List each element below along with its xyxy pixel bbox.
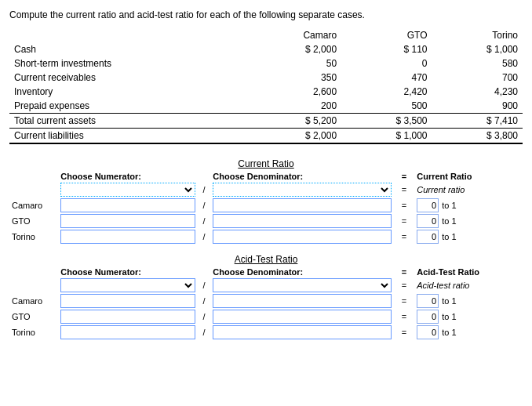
row-gto-pre: 500: [341, 99, 432, 114]
col-torino-header: Torino: [432, 28, 523, 42]
atr-torino-numerator-input[interactable]: [60, 325, 195, 339]
cr-gto-label: GTO: [9, 213, 58, 229]
atr-numerator-select-header[interactable]: [60, 278, 195, 292]
cr-camaro-label: Camaro: [9, 198, 58, 213]
cr-equals-sign-header: =: [402, 172, 406, 181]
atr-header-slash: [198, 266, 211, 277]
atr-gto-eq: =: [394, 309, 414, 324]
current-ratio-table: Choose Numerator: Choose Denominator: = …: [9, 171, 523, 245]
row-gto-cr: 470: [341, 71, 432, 85]
atr-sub-num: [58, 277, 197, 293]
atr-torino-numerator-cell: [58, 324, 197, 340]
cr-numerator-select-header[interactable]: [60, 183, 195, 197]
atr-choose-numerator-label: Choose Numerator:: [60, 267, 141, 277]
total-label: Total current assets: [9, 114, 246, 129]
cr-gto-denominator-input[interactable]: [213, 214, 392, 228]
row-camaro-sti: 50: [246, 56, 341, 71]
atr-sub-blank: [9, 277, 58, 293]
cr-camaro-row: Camaro / = to 1: [9, 198, 523, 213]
atr-gto-to1: to 1: [440, 312, 456, 321]
atr-camaro-eq: =: [394, 293, 414, 309]
row-label-sti: Short-term investments: [9, 56, 246, 71]
cr-camaro-result-cell: to 1: [414, 198, 505, 213]
atr-camaro-result-input[interactable]: [417, 294, 439, 308]
cr-camaro-slash: /: [198, 198, 211, 213]
acid-test-ratio-title: Acid-Test Ratio: [9, 251, 523, 266]
row-camaro-inv: 2,600: [246, 85, 341, 99]
cr-camaro-numerator-input[interactable]: [60, 198, 195, 212]
row-gto-cash: $ 110: [341, 42, 432, 56]
current-ratio-subheader-row: / = Current ratio: [9, 182, 523, 198]
cr-sub-den: [210, 182, 394, 198]
liab-gto: $ 1,000: [341, 129, 432, 144]
atr-gto-numerator-input[interactable]: [60, 310, 195, 324]
atr-camaro-denominator-input[interactable]: [213, 294, 392, 308]
atr-torino-to1: to 1: [440, 328, 456, 337]
total-gto: $ 3,500: [341, 114, 432, 129]
total-camaro: $ 5,200: [246, 114, 341, 129]
cr-camaro-to1: to 1: [440, 201, 456, 210]
cr-torino-denominator-cell: [210, 229, 394, 245]
col-camaro-header: Camaro: [246, 28, 341, 42]
atr-camaro-numerator-input[interactable]: [60, 294, 195, 308]
table-row: Inventory 2,600 2,420 4,230: [9, 85, 523, 99]
cr-torino-result-input[interactable]: [417, 230, 439, 244]
cr-camaro-denominator-input[interactable]: [213, 198, 392, 212]
cr-camaro-result-input[interactable]: [417, 198, 439, 212]
cr-camaro-eq: =: [394, 198, 414, 213]
atr-header-blank: [9, 266, 58, 277]
col-gto-header: GTO: [341, 28, 432, 42]
cr-header-numerator: Choose Numerator:: [58, 171, 197, 182]
cr-sub-num: [58, 182, 197, 198]
total-current-assets-row: Total current assets $ 5,200 $ 3,500 $ 7…: [9, 114, 523, 129]
atr-equals-sign-header: =: [402, 267, 406, 277]
cr-header-denominator: Choose Denominator:: [210, 171, 394, 182]
atr-gto-label: GTO: [9, 309, 58, 324]
atr-torino-row: Torino / = to 1: [9, 324, 523, 340]
atr-camaro-slash: /: [198, 293, 211, 309]
cr-sub-eq: =: [394, 182, 414, 198]
atr-torino-denominator-cell: [210, 324, 394, 340]
cr-gto-result-input[interactable]: [417, 214, 439, 228]
total-torino: $ 7,410: [432, 114, 523, 129]
current-liabilities-row: Current liabilities $ 2,000 $ 1,000 $ 3,…: [9, 129, 523, 144]
atr-gto-denominator-input[interactable]: [213, 310, 392, 324]
cr-gto-row: GTO / = to 1: [9, 213, 523, 229]
cr-choose-numerator-label: Choose Numerator:: [60, 172, 141, 181]
row-label-cash: Cash: [9, 42, 246, 56]
row-gto-sti: 0: [341, 56, 432, 71]
cr-gto-text: GTO: [12, 216, 31, 226]
atr-torino-text: Torino: [12, 328, 35, 337]
data-table: Camaro GTO Torino Cash $ 2,000 $ 110 $ 1…: [9, 28, 523, 144]
cr-torino-row: Torino / = to 1: [9, 229, 523, 245]
atr-torino-slash: /: [198, 324, 211, 340]
cr-torino-denominator-input[interactable]: [213, 230, 392, 244]
atr-header-result: Acid-Test Ratio: [414, 266, 523, 277]
cr-gto-numerator-cell: [58, 213, 197, 229]
atr-camaro-label: Camaro: [9, 293, 58, 309]
cr-denominator-select-header[interactable]: [213, 183, 392, 197]
cr-gto-to1: to 1: [440, 216, 456, 226]
atr-denominator-select-header[interactable]: [213, 278, 392, 292]
atr-camaro-to1: to 1: [440, 296, 456, 306]
cr-torino-text: Torino: [12, 232, 35, 241]
atr-gto-numerator-cell: [58, 309, 197, 324]
row-label-cr: Current receivables: [9, 71, 246, 85]
row-torino-sti: 580: [432, 56, 523, 71]
cr-torino-slash: /: [198, 229, 211, 245]
atr-header-denominator: Choose Denominator:: [210, 266, 394, 277]
atr-torino-result-input[interactable]: [417, 325, 439, 339]
cr-header-blank: [9, 171, 58, 182]
atr-sub-den: [210, 277, 394, 293]
atr-gto-result-input[interactable]: [417, 310, 439, 324]
cr-torino-numerator-cell: [58, 229, 197, 245]
atr-torino-eq: =: [394, 324, 414, 340]
cr-torino-numerator-input[interactable]: [60, 230, 195, 244]
cr-gto-denominator-cell: [210, 213, 394, 229]
current-ratio-title: Current Ratio: [9, 155, 523, 171]
cr-gto-numerator-input[interactable]: [60, 214, 195, 228]
liab-label: Current liabilities: [9, 129, 246, 144]
intro-text: Compute the current ratio and acid-test …: [9, 9, 523, 20]
atr-torino-denominator-input[interactable]: [213, 325, 392, 339]
acid-test-ratio-section: Acid-Test Ratio Choose Numerator: Choose…: [9, 251, 523, 340]
